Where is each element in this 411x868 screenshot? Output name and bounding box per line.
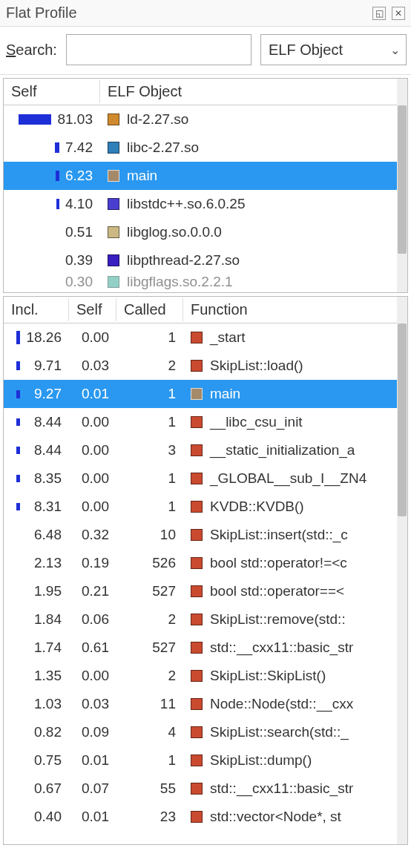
detach-icon[interactable]: ◱ — [372, 7, 386, 20]
col-header-self2[interactable]: Self — [69, 298, 116, 321]
group-dropdown[interactable]: ELF Object ⌄ — [260, 34, 407, 65]
cell-called: 2 — [116, 668, 183, 684]
cell-called: 527 — [116, 583, 183, 599]
cell-incl: 1.95 — [4, 583, 69, 599]
table-row[interactable]: 1.740.61527std::__cxx11::basic_str — [4, 634, 397, 662]
cell-self: 0.00 — [69, 414, 116, 430]
table-row[interactable]: 9.270.011main — [4, 380, 397, 408]
cell-self: 0.00 — [69, 442, 116, 458]
weight-bar — [16, 503, 20, 510]
cell-called: 1 — [116, 752, 183, 769]
cell-function: SkipList::dump() — [183, 752, 397, 769]
cell-called: 1 — [116, 329, 183, 346]
table-row[interactable]: 9.710.032SkipList::load() — [4, 352, 397, 380]
table-row[interactable]: 7.42libc-2.27.so — [4, 134, 397, 162]
table-row[interactable]: 6.23main — [4, 162, 397, 190]
functions-scrollbar[interactable] — [397, 297, 407, 844]
cell-self: 0.09 — [69, 724, 116, 740]
incl-value: 1.74 — [24, 640, 62, 656]
col-header-function[interactable]: Function — [183, 298, 397, 321]
color-swatch-icon — [191, 783, 203, 795]
table-row[interactable]: 8.350.001_GLOBAL__sub_I__ZN4 — [4, 464, 397, 493]
weight-bar — [16, 475, 20, 482]
cell-self: 0.32 — [69, 527, 116, 543]
table-row[interactable]: 0.670.0755std::__cxx11::basic_str — [4, 775, 397, 803]
table-row[interactable]: 1.030.0311Node::Node(std::__cxx — [4, 690, 397, 718]
scroll-thumb[interactable] — [398, 105, 407, 254]
table-row[interactable]: 0.820.094SkipList::search(std::_ — [4, 718, 397, 746]
cell-self: 4.10 — [4, 196, 100, 212]
cell-incl: 1.35 — [4, 668, 69, 684]
function-name: std::__cxx11::basic_str — [210, 640, 353, 656]
table-row[interactable]: 6.480.3210SkipList::insert(std::_c — [4, 521, 397, 549]
table-row[interactable]: 8.310.001KVDB::KVDB() — [4, 493, 397, 521]
title-bar: Flat Profile ◱ ✕ — [0, 0, 411, 27]
object-name: ld-2.27.so — [127, 111, 188, 128]
cell-self: 0.00 — [69, 499, 116, 515]
incl-value: 18.26 — [24, 329, 62, 346]
weight-bar — [56, 199, 59, 209]
cell-incl: 8.44 — [4, 442, 69, 458]
table-row[interactable]: 1.840.062SkipList::remove(std:: — [4, 605, 397, 634]
functions-header-row: Incl. Self Called Function — [4, 297, 397, 323]
color-swatch-icon — [108, 254, 119, 266]
color-swatch-icon — [108, 170, 119, 182]
cell-elf-object: libglog.so.0.0.0 — [100, 224, 397, 240]
table-row[interactable]: 0.750.011SkipList::dump() — [4, 746, 397, 775]
incl-value: 8.44 — [24, 414, 62, 430]
col-header-called[interactable]: Called — [116, 298, 183, 321]
object-name: libglog.so.0.0.0 — [127, 224, 222, 240]
color-swatch-icon — [191, 726, 203, 738]
objects-header-row: Self ELF Object — [4, 79, 397, 105]
cell-elf-object: libc-2.27.so — [100, 139, 397, 156]
scroll-thumb[interactable] — [398, 323, 407, 516]
incl-value: 0.82 — [24, 724, 62, 740]
cell-called: 4 — [116, 724, 183, 740]
search-bar: Search: ELF Object ⌄ — [0, 27, 411, 75]
weight-bar — [19, 114, 51, 125]
cell-self: 0.03 — [69, 358, 116, 374]
cell-function: SkipList::load() — [183, 358, 397, 374]
table-row[interactable]: 0.39libpthread-2.27.so — [4, 246, 397, 274]
table-row[interactable]: 0.30libgflags.so.2.2.1 — [4, 274, 397, 289]
function-name: SkipList::load() — [210, 358, 303, 374]
cell-incl: 8.35 — [4, 470, 69, 487]
table-row[interactable]: 0.51libglog.so.0.0.0 — [4, 218, 397, 246]
color-swatch-icon — [191, 416, 203, 428]
table-row[interactable]: 81.03ld-2.27.so — [4, 105, 397, 134]
table-row[interactable]: 4.10libstdc++.so.6.0.25 — [4, 190, 397, 218]
weight-bar — [16, 361, 20, 370]
function-name: _start — [210, 329, 246, 346]
close-icon[interactable]: ✕ — [392, 7, 405, 20]
cell-called: 10 — [116, 527, 183, 543]
table-row[interactable]: 2.130.19526bool std::operator!=<c — [4, 549, 397, 577]
weight-bar — [16, 390, 20, 398]
incl-value: 2.13 — [24, 555, 62, 571]
self-value: 0.39 — [65, 252, 93, 269]
cell-called: 1 — [116, 470, 183, 487]
cell-function: bool std::operator!=<c — [183, 555, 397, 571]
cell-called: 1 — [116, 414, 183, 430]
table-row[interactable]: 1.350.002SkipList::SkipList() — [4, 662, 397, 690]
cell-called: 2 — [116, 358, 183, 374]
table-row[interactable]: 8.440.001__libc_csu_init — [4, 408, 397, 436]
self-value: 81.03 — [57, 111, 93, 128]
cell-function: bool std::operator==< — [183, 583, 397, 599]
objects-scrollbar[interactable] — [397, 79, 407, 292]
cell-self: 0.00 — [69, 470, 116, 487]
table-row[interactable]: 1.950.21527bool std::operator==< — [4, 577, 397, 605]
cell-called: 1 — [116, 499, 183, 515]
table-row[interactable]: 0.400.0123std::vector<Node*, st — [4, 803, 397, 831]
col-header-self[interactable]: Self — [4, 80, 100, 103]
table-row[interactable]: 8.440.003__static_initialization_a — [4, 436, 397, 464]
table-row[interactable]: 18.260.001_start — [4, 323, 397, 352]
cell-called: 55 — [116, 780, 183, 797]
col-header-incl[interactable]: Incl. — [4, 298, 69, 321]
incl-value: 1.84 — [24, 611, 62, 628]
col-header-elf-object[interactable]: ELF Object — [100, 80, 397, 103]
search-input[interactable] — [66, 34, 251, 65]
function-name: bool std::operator==< — [210, 583, 344, 599]
cell-elf-object: ld-2.27.so — [100, 111, 397, 128]
function-name: __libc_csu_init — [210, 414, 303, 430]
cell-incl: 1.84 — [4, 611, 69, 628]
